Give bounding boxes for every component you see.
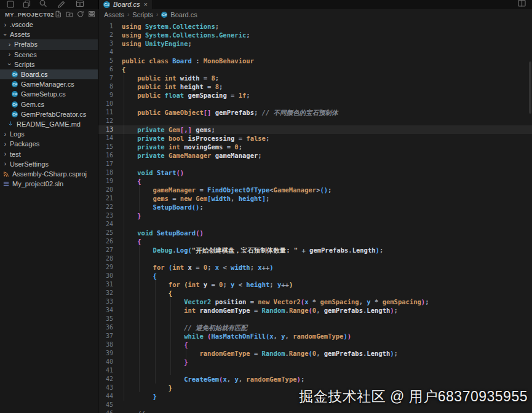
code-line[interactable]: 17	[98, 160, 532, 168]
line-number[interactable]: 30	[98, 272, 113, 280]
app-icon[interactable]	[6, 0, 16, 9]
code-line[interactable]: 20 gameManager = FindObjectOfType<GameMa…	[98, 186, 532, 194]
tree-item-gamesetup-cs[interactable]: C#GameSetup.cs	[0, 89, 98, 99]
line-number[interactable]: 40	[98, 358, 113, 366]
code-line[interactable]: 36 // 避免初始就有匹配	[98, 323, 532, 332]
code-line[interactable]: 31 for (int y = 0; y < height; y++)	[98, 280, 532, 289]
line-number[interactable]: 46	[98, 409, 113, 413]
collapse-all-icon[interactable]	[87, 10, 96, 18]
line-number[interactable]: 3	[98, 39, 113, 48]
line-number[interactable]: 13	[98, 125, 113, 134]
code-line[interactable]: 28	[98, 254, 532, 263]
breadcrumb-item[interactable]: Assets	[104, 11, 124, 18]
line-number[interactable]: 31	[98, 280, 113, 289]
code-line[interactable]: 2using System.Collections.Generic;	[98, 31, 532, 39]
tree-item-gem-cs[interactable]: C#Gem.cs	[0, 100, 98, 109]
code-line[interactable]: 30 {	[98, 272, 532, 280]
code-line[interactable]: 25 void SetupBoard()	[98, 229, 532, 237]
code-line[interactable]: 5public class Board : MonoBehaviour	[98, 57, 532, 65]
breadcrumb-item[interactable]: Scripts	[132, 11, 153, 18]
line-number[interactable]: 32	[98, 289, 113, 297]
tree-item-scripts[interactable]: ›Scripts	[0, 60, 98, 69]
code-line[interactable]: 39 randomGemType = Random.Range(0, gemPr…	[98, 349, 532, 358]
code-line[interactable]: 7 public int width = 8;	[98, 74, 532, 82]
line-number[interactable]: 6	[98, 65, 113, 74]
code-line[interactable]: 29 for (int x = 0; x < width; x++)	[98, 263, 532, 272]
line-number[interactable]: 25	[98, 229, 113, 237]
line-number[interactable]: 10	[98, 100, 113, 108]
code-line[interactable]: 1using System.Collections;	[98, 22, 532, 31]
tree-item-test[interactable]: ›test	[0, 149, 98, 159]
line-number[interactable]: 43	[98, 384, 113, 392]
code-line[interactable]: 9 public float gemSpacing = 1f;	[98, 91, 532, 100]
line-number[interactable]: 38	[98, 340, 113, 349]
editor-scrollbar[interactable]	[528, 9, 532, 403]
line-number[interactable]: 44	[98, 392, 113, 401]
code-line[interactable]: 42 CreateGem(x, y, randomGemType);	[98, 375, 532, 384]
line-number[interactable]: 28	[98, 254, 113, 263]
line-number[interactable]: 1	[98, 22, 113, 31]
code-line[interactable]: 19 {	[98, 177, 532, 186]
tree-item-prefabs[interactable]: ›Prefabs	[0, 39, 98, 49]
code-line[interactable]: 23 }	[98, 211, 532, 220]
tree-item-packages[interactable]: ›Packages	[0, 139, 98, 149]
line-number[interactable]: 20	[98, 186, 113, 194]
tree-item-scenes[interactable]: ›Scenes	[0, 50, 98, 60]
line-number[interactable]: 18	[98, 168, 113, 177]
tree-item-assets[interactable]: ›Assets	[0, 30, 98, 39]
tree-item-board-cs[interactable]: C#Board.cs	[0, 69, 98, 79]
edit-icon[interactable]	[57, 0, 66, 9]
line-number[interactable]: 19	[98, 177, 113, 186]
line-number[interactable]: 22	[98, 203, 113, 211]
line-number[interactable]: 17	[98, 160, 113, 168]
refresh-icon[interactable]	[76, 10, 85, 18]
line-number[interactable]: 7	[98, 74, 113, 82]
new-folder-icon[interactable]	[65, 10, 74, 18]
code-line[interactable]: 11 public GameObject[] gemPrefabs; // 不同…	[98, 108, 532, 117]
code-line[interactable]: 12	[98, 117, 532, 125]
code-line[interactable]: 34 int randomGemType = Random.Range(0, g…	[98, 306, 532, 315]
search-icon[interactable]	[38, 0, 48, 9]
line-number[interactable]: 27	[98, 246, 113, 254]
split-editor-icon[interactable]	[517, 0, 527, 9]
code-line[interactable]: 3using UnityEngine;	[98, 39, 532, 48]
scrollbar-thumb[interactable]	[529, 61, 531, 114]
line-number[interactable]: 11	[98, 108, 113, 117]
line-number[interactable]: 14	[98, 134, 113, 143]
code-line[interactable]: 26 {	[98, 237, 532, 246]
code-line[interactable]: 16 private GameManager gameManager;	[98, 151, 532, 160]
line-number[interactable]: 12	[98, 117, 113, 125]
line-number[interactable]: 8	[98, 82, 113, 91]
code-line[interactable]: 6{	[98, 65, 532, 74]
editor-tab[interactable]: C# Board.cs ×	[98, 0, 153, 9]
line-number[interactable]: 36	[98, 323, 113, 332]
code-line[interactable]: 10	[98, 100, 532, 108]
new-file-icon[interactable]	[54, 10, 63, 18]
line-number[interactable]: 16	[98, 151, 113, 160]
line-number[interactable]: 24	[98, 220, 113, 229]
tab-close-icon[interactable]: ×	[143, 0, 148, 9]
tree-item-gamemanager-cs[interactable]: C#GameManager.cs	[0, 79, 98, 89]
code-line[interactable]: 41	[98, 366, 532, 375]
code-line[interactable]: 22 SetupBoard();	[98, 203, 532, 211]
tree-item-readme-game-md[interactable]: README_GAME.md	[0, 119, 98, 129]
code-line[interactable]: 4	[98, 48, 532, 57]
line-number[interactable]: 39	[98, 349, 113, 358]
line-number[interactable]: 23	[98, 211, 113, 220]
line-number[interactable]: 42	[98, 375, 113, 384]
code-line[interactable]: 46 // ...	[98, 409, 532, 413]
line-number[interactable]: 4	[98, 48, 113, 57]
tree-item-my-project02-sln[interactable]: My_project02.sln	[0, 179, 98, 189]
line-number[interactable]: 45	[98, 401, 113, 409]
code-line[interactable]: 27 Debug.Log("开始创建棋盘，宝石预制体数量: " + gemPre…	[98, 246, 532, 254]
tree-item-logs[interactable]: ›Logs	[0, 129, 98, 139]
code-line[interactable]: 33 Vector2 position = new Vector2(x * ge…	[98, 297, 532, 306]
line-number[interactable]: 41	[98, 366, 113, 375]
line-number[interactable]: 26	[98, 237, 113, 246]
line-number[interactable]: 35	[98, 315, 113, 323]
line-number[interactable]: 34	[98, 306, 113, 315]
code-line[interactable]: 18 void Start()	[98, 168, 532, 177]
line-number[interactable]: 15	[98, 143, 113, 151]
line-number[interactable]: 2	[98, 31, 113, 39]
line-number[interactable]: 21	[98, 194, 113, 203]
